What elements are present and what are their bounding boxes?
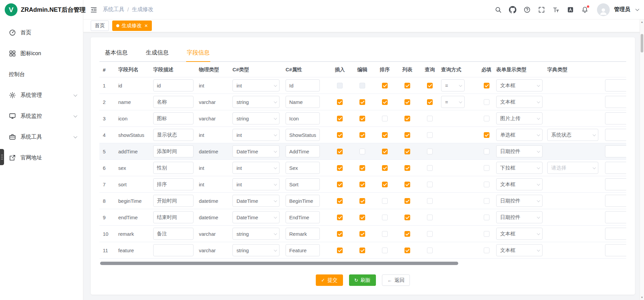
extra-input[interactable] bbox=[605, 178, 626, 190]
csharp-property-input[interactable] bbox=[286, 244, 320, 256]
edit-checkbox[interactable] bbox=[359, 198, 365, 204]
tab-basic[interactable]: 基本信息 bbox=[104, 45, 128, 61]
edit-checkbox[interactable] bbox=[359, 149, 365, 154]
csharp-property-input[interactable] bbox=[286, 96, 320, 108]
csharp-type-select[interactable]: string bbox=[232, 228, 280, 240]
field-description-input[interactable] bbox=[153, 112, 194, 124]
required-checkbox[interactable] bbox=[484, 99, 489, 105]
required-checkbox[interactable] bbox=[484, 116, 489, 121]
insert-checkbox[interactable] bbox=[337, 215, 343, 220]
field-description-input[interactable] bbox=[153, 178, 194, 190]
list-checkbox[interactable] bbox=[404, 116, 410, 121]
fullscreen-icon[interactable] bbox=[538, 6, 545, 13]
query-checkbox[interactable] bbox=[427, 182, 433, 187]
sidebar-item-system-admin[interactable]: 系统管理 bbox=[0, 85, 83, 106]
sort-checkbox[interactable] bbox=[382, 149, 388, 154]
theme-drawer-handle[interactable] bbox=[0, 149, 4, 165]
sort-checkbox[interactable] bbox=[382, 248, 388, 253]
required-checkbox[interactable] bbox=[484, 149, 489, 154]
csharp-type-select[interactable]: string bbox=[232, 96, 280, 108]
csharp-type-select[interactable]: DateTime bbox=[232, 211, 280, 223]
display-type-select[interactable]: 日期控件 bbox=[496, 145, 543, 157]
required-checkbox[interactable] bbox=[484, 198, 489, 204]
tab-fields[interactable]: 字段信息 bbox=[186, 45, 210, 61]
required-checkbox[interactable] bbox=[484, 83, 489, 88]
insert-checkbox[interactable] bbox=[337, 165, 343, 171]
csharp-property-input[interactable] bbox=[286, 211, 320, 223]
sidebar-collapse-icon[interactable] bbox=[90, 6, 97, 13]
github-icon[interactable] bbox=[509, 6, 516, 13]
extra-input[interactable] bbox=[605, 79, 626, 91]
query-checkbox[interactable] bbox=[427, 198, 433, 204]
sort-checkbox[interactable] bbox=[382, 165, 388, 171]
csharp-property-input[interactable] bbox=[286, 129, 320, 141]
csharp-type-select[interactable]: int bbox=[232, 129, 280, 141]
edit-checkbox[interactable] bbox=[359, 165, 365, 171]
csharp-property-input[interactable] bbox=[286, 112, 320, 124]
username[interactable]: 管理员 bbox=[614, 6, 630, 13]
display-type-select[interactable]: 日期控件 bbox=[496, 195, 543, 207]
breadcrumb-item-parent[interactable]: 系统工具 bbox=[103, 6, 124, 13]
sidebar-item-system-monitor[interactable]: 系统监控 bbox=[0, 106, 83, 126]
extra-input[interactable] bbox=[605, 228, 626, 240]
edit-checkbox[interactable] bbox=[359, 231, 365, 237]
tag-home[interactable]: 首页 bbox=[91, 21, 109, 31]
csharp-property-input[interactable] bbox=[286, 195, 320, 207]
sort-checkbox[interactable] bbox=[382, 231, 388, 237]
dict-type-select[interactable]: 系统状态 bbox=[547, 129, 598, 141]
tag-active-page[interactable]: 生成修改 × bbox=[112, 21, 152, 31]
csharp-type-select[interactable]: int bbox=[232, 178, 280, 190]
app-logo[interactable]: V ZRAdmin.NET后台管理 bbox=[0, 0, 83, 20]
sort-checkbox[interactable] bbox=[382, 83, 388, 88]
chevron-down-icon[interactable] bbox=[635, 7, 639, 11]
csharp-property-input[interactable] bbox=[286, 178, 320, 190]
edit-checkbox[interactable] bbox=[359, 182, 365, 187]
insert-checkbox[interactable] bbox=[337, 182, 343, 187]
extra-input[interactable] bbox=[605, 244, 626, 256]
font-size-icon[interactable] bbox=[552, 6, 560, 13]
list-checkbox[interactable] bbox=[404, 231, 410, 237]
list-checkbox[interactable] bbox=[404, 165, 410, 171]
required-checkbox[interactable] bbox=[484, 215, 489, 220]
hscroll-thumb[interactable] bbox=[100, 262, 458, 265]
display-type-select[interactable]: 下拉框 bbox=[496, 162, 543, 174]
scroll-up-icon[interactable]: ▲ bbox=[641, 20, 643, 25]
list-checkbox[interactable] bbox=[404, 83, 410, 88]
extra-input[interactable] bbox=[605, 211, 626, 223]
field-description-input[interactable] bbox=[153, 211, 194, 223]
display-type-select[interactable]: 文本框 bbox=[496, 79, 543, 91]
edit-checkbox[interactable] bbox=[359, 215, 365, 220]
sidebar-item-icons[interactable]: 图标icon bbox=[0, 43, 83, 64]
csharp-type-select[interactable]: int bbox=[232, 162, 280, 174]
query-checkbox[interactable] bbox=[427, 132, 433, 138]
language-icon[interactable] bbox=[567, 6, 574, 13]
bell-icon[interactable] bbox=[581, 6, 589, 13]
query-checkbox[interactable] bbox=[427, 99, 433, 105]
vertical-scrollbar[interactable]: ▲ ▼ bbox=[640, 20, 644, 300]
list-checkbox[interactable] bbox=[404, 182, 410, 187]
close-icon[interactable]: × bbox=[144, 23, 148, 29]
query-checkbox[interactable] bbox=[427, 116, 433, 121]
list-checkbox[interactable] bbox=[404, 198, 410, 204]
insert-checkbox[interactable] bbox=[337, 248, 343, 253]
field-description-input[interactable] bbox=[153, 96, 194, 108]
insert-checkbox[interactable] bbox=[337, 132, 343, 138]
display-type-select[interactable]: 文本框 bbox=[496, 244, 543, 256]
required-checkbox[interactable] bbox=[484, 248, 489, 253]
display-type-select[interactable]: 日期控件 bbox=[496, 211, 543, 223]
csharp-property-input[interactable] bbox=[286, 79, 320, 91]
sort-checkbox[interactable] bbox=[382, 99, 388, 105]
insert-checkbox[interactable] bbox=[337, 99, 343, 105]
field-description-input[interactable] bbox=[153, 195, 194, 207]
tab-generate[interactable]: 生成信息 bbox=[145, 45, 169, 61]
sidebar-item-website[interactable]: 官网地址 bbox=[0, 147, 83, 168]
display-type-select[interactable]: 文本框 bbox=[496, 96, 543, 108]
insert-checkbox[interactable] bbox=[337, 116, 343, 121]
sort-checkbox[interactable] bbox=[382, 215, 388, 220]
display-type-select[interactable]: 文本框 bbox=[496, 228, 543, 240]
field-description-input[interactable] bbox=[153, 145, 194, 157]
sort-checkbox[interactable] bbox=[382, 182, 388, 187]
scroll-down-icon[interactable]: ▼ bbox=[641, 295, 643, 300]
csharp-type-select[interactable]: string bbox=[232, 244, 280, 256]
display-type-select[interactable]: 文本框 bbox=[496, 178, 543, 190]
